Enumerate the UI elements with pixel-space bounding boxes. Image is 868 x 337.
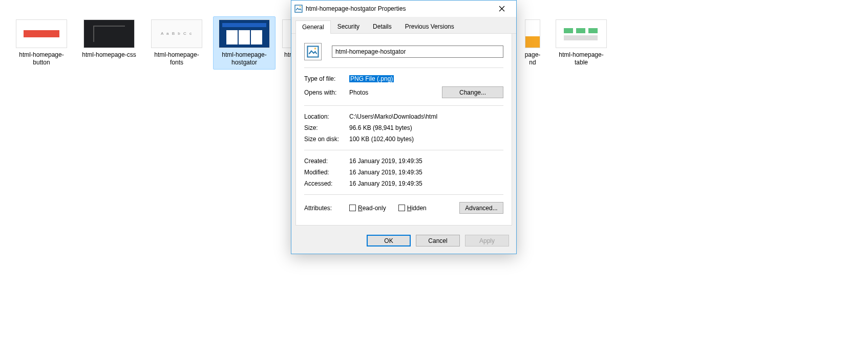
change-button[interactable]: Change... — [442, 86, 503, 98]
file-item[interactable]: html-homepage-table — [550, 16, 612, 70]
file-label: html-homepage-hostgator — [216, 51, 272, 66]
location-value: C:\Users\Marko\Downloads\html — [349, 113, 503, 120]
hidden-label: Hidden — [407, 205, 427, 212]
file-label: html-homepage-css — [82, 51, 136, 59]
type-row: Type of file: PNG File (.png) — [304, 73, 503, 84]
readonly-label: Read-only — [358, 205, 386, 212]
file-thumbnail-icon — [556, 19, 607, 48]
accessed-row: Accessed: 16 January 2019, 19:49:35 — [304, 178, 503, 189]
svg-rect-4 — [308, 47, 319, 57]
name-row — [304, 41, 503, 62]
properties-dialog: html-homepage-hostgator Properties Gener… — [291, 0, 517, 254]
type-label: Type of file: — [304, 75, 349, 82]
titlebar-title: html-homepage-hostgator Properties — [306, 5, 490, 12]
file-name-input[interactable] — [332, 46, 503, 58]
properties-panel: Type of file: PNG File (.png) Opens with… — [295, 34, 512, 226]
file-label: page-nd — [522, 51, 543, 66]
opens-with-value: Photos — [349, 89, 442, 96]
dialog-button-bar: OK Cancel Apply — [291, 230, 516, 254]
svg-point-5 — [314, 48, 316, 50]
close-button[interactable] — [490, 2, 513, 16]
separator — [304, 194, 503, 195]
file-label: html-homepage-fonts — [149, 51, 205, 66]
accessed-label: Accessed: — [304, 180, 349, 187]
hidden-checkbox[interactable]: Hidden — [398, 205, 427, 212]
file-label: html-homepage-button — [13, 51, 70, 66]
size-on-disk-label: Size on disk: — [304, 136, 349, 143]
file-item[interactable]: page-nd — [520, 16, 545, 70]
created-row: Created: 16 January 2019, 19:49:35 — [304, 155, 503, 167]
size-value: 96.6 KB (98,941 bytes) — [349, 124, 503, 131]
separator — [304, 150, 503, 150]
created-value: 16 January 2019, 19:49:35 — [349, 158, 503, 165]
file-thumbnail-icon — [83, 19, 135, 48]
cancel-button[interactable]: Cancel — [416, 235, 460, 246]
modified-label: Modified: — [304, 169, 349, 176]
readonly-checkbox[interactable]: Read-only — [349, 205, 386, 212]
separator — [304, 68, 503, 68]
checkbox-icon — [398, 205, 405, 211]
accessed-value: 16 January 2019, 19:49:35 — [349, 180, 503, 187]
file-thumbnail-icon — [151, 19, 202, 48]
tab-details[interactable]: Details — [366, 20, 398, 33]
ok-button[interactable]: OK — [367, 235, 411, 246]
checkbox-icon — [349, 205, 356, 211]
file-item[interactable]: html-homepage-css — [78, 16, 140, 70]
file-label: html-homepage-table — [553, 51, 609, 66]
attributes-row: Attributes: Read-only Hidden Advanced... — [304, 200, 503, 216]
window-icon — [294, 5, 303, 13]
svg-rect-0 — [295, 5, 302, 12]
file-type-icon — [304, 43, 322, 60]
modified-value: 16 January 2019, 19:49:35 — [349, 169, 503, 176]
location-label: Location: — [304, 113, 349, 120]
file-item-selected[interactable]: html-homepage-hostgator — [213, 16, 276, 70]
apply-button[interactable]: Apply — [465, 235, 509, 246]
advanced-button[interactable]: Advanced... — [459, 202, 503, 214]
opens-with-label: Opens with: — [304, 89, 349, 96]
svg-point-1 — [300, 6, 301, 7]
opens-with-row: Opens with: Photos Change... — [304, 84, 503, 100]
size-row: Size: 96.6 KB (98,941 bytes) — [304, 122, 503, 133]
close-icon — [499, 6, 505, 12]
location-row: Location: C:\Users\Marko\Downloads\html — [304, 111, 503, 122]
size-label: Size: — [304, 124, 349, 131]
separator — [304, 105, 503, 106]
size-on-disk-row: Size on disk: 100 KB (102,400 bytes) — [304, 133, 503, 145]
file-item[interactable]: html-homepage-fonts — [145, 16, 208, 70]
file-thumbnail-icon — [219, 19, 270, 48]
tabstrip: General Security Details Previous Versio… — [291, 17, 516, 34]
file-thumbnail-icon — [16, 19, 67, 48]
file-thumbnail-icon — [525, 19, 540, 48]
type-value: PNG File (.png) — [349, 75, 503, 82]
modified-row: Modified: 16 January 2019, 19:49:35 — [304, 167, 503, 178]
created-label: Created: — [304, 158, 349, 165]
tab-security[interactable]: Security — [331, 20, 366, 33]
file-label: htr — [284, 51, 291, 59]
file-item[interactable]: html-homepage-button — [10, 16, 73, 70]
tab-previous-versions[interactable]: Previous Versions — [398, 20, 461, 33]
attributes-label: Attributes: — [304, 205, 349, 212]
tab-general[interactable]: General — [295, 20, 331, 34]
size-on-disk-value: 100 KB (102,400 bytes) — [349, 136, 503, 143]
titlebar[interactable]: html-homepage-hostgator Properties — [291, 1, 516, 17]
